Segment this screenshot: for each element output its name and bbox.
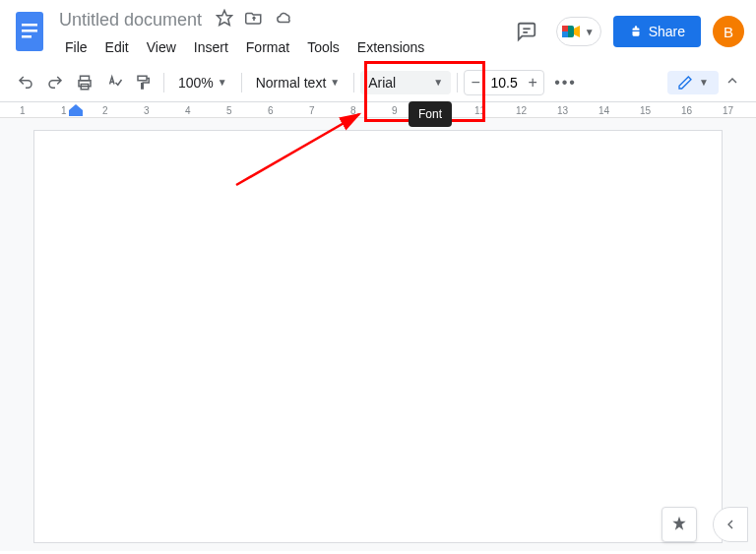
chevron-down-icon: ▼	[433, 77, 443, 88]
font-tooltip: Font	[409, 101, 452, 127]
svg-rect-9	[562, 26, 568, 31]
ruler-tick: 17	[723, 105, 733, 116]
ruler-tick: 14	[598, 105, 609, 116]
svg-marker-15	[69, 104, 83, 116]
ruler-tick: 12	[516, 105, 527, 116]
account-avatar[interactable]: B	[713, 16, 744, 47]
cloud-status-icon[interactable]	[275, 9, 294, 31]
ruler-tick: 1	[61, 105, 67, 116]
print-button[interactable]	[71, 69, 98, 96]
star-icon[interactable]	[216, 9, 233, 31]
document-area	[0, 118, 756, 551]
chevron-down-icon: ▼	[699, 77, 709, 88]
separator	[163, 73, 164, 92]
decrease-font-button[interactable]: −	[465, 71, 486, 94]
separator	[241, 73, 242, 92]
zoom-selector[interactable]: 100% ▼	[170, 71, 235, 94]
increase-font-button[interactable]: +	[522, 71, 543, 94]
indent-marker-icon[interactable]	[69, 104, 83, 116]
separator	[353, 73, 354, 92]
ruler-tick: 1	[20, 105, 26, 116]
menu-extensions[interactable]: Extensions	[349, 35, 432, 59]
font-value: Arial	[368, 75, 396, 91]
ruler-tick: 9	[392, 105, 398, 116]
ruler-tick: 13	[557, 105, 568, 116]
font-selector[interactable]: Arial ▼	[360, 71, 451, 94]
ruler-tick: 11	[474, 105, 485, 116]
chevron-down-icon: ▼	[585, 27, 595, 37]
chevron-down-icon: ▼	[218, 77, 227, 88]
paragraph-style-selector[interactable]: Normal text ▼	[248, 71, 347, 94]
menu-file[interactable]: File	[57, 35, 95, 59]
document-page[interactable]	[33, 130, 723, 543]
side-panel-toggle[interactable]	[713, 507, 748, 542]
ruler-tick: 2	[102, 105, 108, 116]
ruler[interactable]: 11234567891011121314151617	[0, 102, 756, 118]
editing-mode-button[interactable]: ▼	[667, 71, 719, 94]
ruler-tick: 3	[144, 105, 150, 116]
menu-view[interactable]: View	[139, 35, 184, 59]
svg-rect-14	[138, 76, 147, 81]
explore-button[interactable]	[662, 507, 697, 542]
comments-icon[interactable]	[509, 14, 544, 49]
ruler-tick: 7	[309, 105, 315, 116]
paint-format-button[interactable]	[130, 69, 158, 96]
document-title[interactable]: Untitled document	[57, 10, 204, 31]
ruler-tick: 6	[268, 105, 274, 116]
svg-rect-1	[22, 24, 37, 27]
undo-button[interactable]	[12, 69, 39, 96]
meet-button[interactable]: ▼	[556, 17, 601, 46]
move-icon[interactable]	[245, 9, 263, 31]
menu-insert[interactable]: Insert	[186, 35, 236, 59]
font-size-control: − +	[464, 70, 544, 95]
ruler-tick: 16	[681, 105, 692, 116]
ruler-tick: 8	[350, 105, 356, 116]
ruler-tick: 5	[226, 105, 232, 116]
share-button[interactable]: Share	[613, 16, 701, 47]
menu-bar: File Edit View Insert Format Tools Exten…	[57, 35, 509, 59]
ruler-tick: 4	[185, 105, 191, 116]
docs-logo[interactable]	[12, 8, 47, 55]
share-label: Share	[649, 24, 685, 39]
separator	[457, 73, 458, 92]
svg-rect-10	[562, 31, 568, 37]
spellcheck-button[interactable]	[100, 69, 128, 96]
collapse-toolbar-button[interactable]	[721, 69, 744, 96]
font-size-input[interactable]	[486, 75, 522, 91]
ruler-tick: 15	[640, 105, 651, 116]
style-value: Normal text	[256, 75, 327, 91]
svg-marker-4	[218, 11, 232, 26]
svg-rect-2	[22, 30, 37, 32]
toolbar: 100% ▼ Normal text ▼ Arial ▼ − + ••• ▼	[0, 63, 756, 102]
chevron-down-icon: ▼	[330, 77, 340, 88]
menu-edit[interactable]: Edit	[97, 35, 137, 59]
more-tools-button[interactable]: •••	[546, 70, 585, 95]
zoom-value: 100%	[178, 75, 214, 91]
svg-marker-8	[574, 26, 580, 37]
menu-tools[interactable]: Tools	[299, 35, 347, 59]
redo-button[interactable]	[41, 69, 69, 96]
svg-rect-3	[22, 35, 32, 38]
menu-format[interactable]: Format	[238, 35, 297, 59]
